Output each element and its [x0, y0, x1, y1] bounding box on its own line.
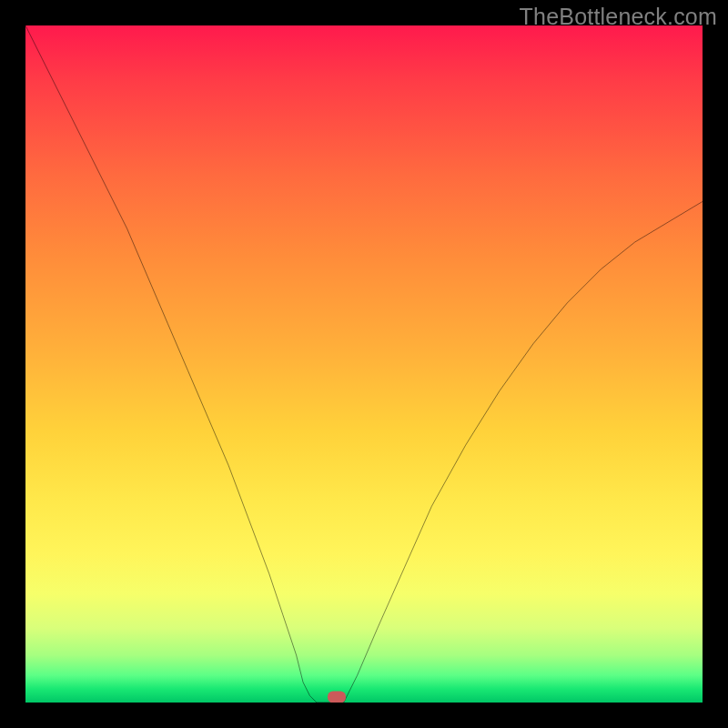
curve-path: [25, 25, 703, 703]
watermark-text: TheBottleneck.com: [520, 4, 717, 30]
min-marker: [328, 692, 346, 703]
chart-frame: TheBottleneck.com: [0, 0, 728, 728]
plot-area: [25, 25, 703, 703]
bottleneck-curve: [25, 25, 703, 703]
